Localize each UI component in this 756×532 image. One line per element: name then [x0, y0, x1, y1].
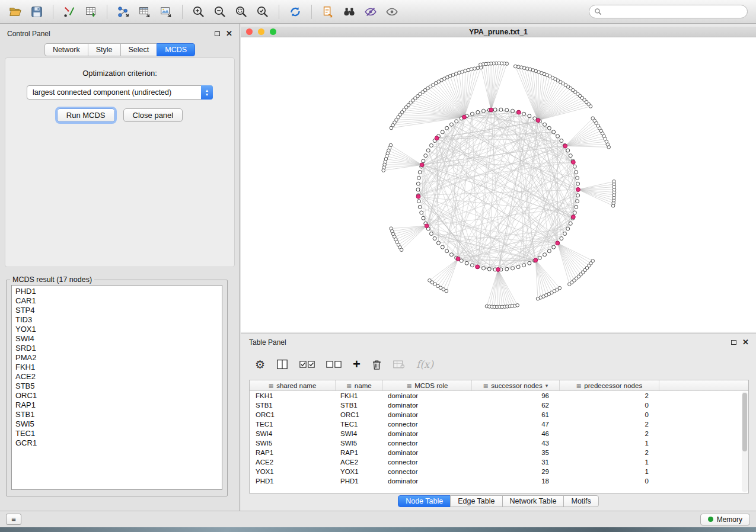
- tab-network[interactable]: Network: [44, 43, 88, 56]
- delete-column-icon[interactable]: [372, 359, 382, 370]
- tab-motifs[interactable]: Motifs: [563, 495, 598, 507]
- gear-icon[interactable]: ⚙: [255, 358, 265, 371]
- show-all-button[interactable]: [382, 3, 402, 21]
- column-header-MCDS-role[interactable]: ▦MCDS role: [383, 380, 472, 390]
- table-cell: connector: [383, 419, 472, 429]
- column-type-icon: ▦: [483, 383, 489, 389]
- table-scrollbar-thumb[interactable]: [742, 393, 747, 451]
- tab-network-table[interactable]: Network Table: [502, 495, 564, 507]
- optimization-criterion-label: Optimization criterion:: [5, 69, 234, 78]
- zoom-selected-button[interactable]: [253, 3, 273, 21]
- clone-network-button[interactable]: [318, 3, 338, 21]
- network-window-titlebar: YPA_prune.txt_1: [241, 27, 756, 37]
- table-cell: 47: [472, 419, 560, 429]
- criterion-dropdown[interactable]: largest connected component (undirected)…: [27, 85, 213, 100]
- table-cell: SWI5: [250, 438, 336, 448]
- tab-mcds[interactable]: MCDS: [157, 43, 195, 56]
- float-panel-icon[interactable]: [215, 31, 220, 36]
- export-network-button[interactable]: [113, 3, 133, 21]
- memory-status-icon: [708, 517, 713, 522]
- close-panel-icon[interactable]: ✕: [226, 31, 232, 37]
- float-table-panel-icon[interactable]: [731, 340, 736, 345]
- table-row[interactable]: FKH1FKH1dominator962: [250, 391, 748, 400]
- column-header-successor-nodes[interactable]: ▦successor nodes▾: [472, 380, 560, 390]
- zoom-in-button[interactable]: [189, 3, 209, 21]
- table-cell: 0: [560, 476, 659, 486]
- column-header-predecessor-nodes[interactable]: ▦predecessor nodes: [560, 380, 659, 390]
- table-scrollbar[interactable]: [742, 392, 748, 492]
- deselect-all-checkboxes-icon[interactable]: [326, 361, 342, 368]
- table-row[interactable]: SWI4SWI4dominator462: [250, 429, 748, 438]
- column-chooser-icon[interactable]: [276, 359, 288, 370]
- zoom-fit-button[interactable]: [231, 3, 251, 21]
- table-cell: dominator: [383, 429, 472, 438]
- table-cell: 18: [472, 476, 560, 486]
- mcds-result-item[interactable]: STP4: [12, 306, 222, 315]
- import-file-button[interactable]: [59, 3, 79, 21]
- mcds-result-item[interactable]: ORC1: [12, 391, 222, 400]
- table-row[interactable]: RAP1RAP1dominator352: [250, 448, 748, 457]
- menu-icon[interactable]: ≡: [6, 514, 21, 525]
- mcds-result-item[interactable]: TEC1: [12, 429, 222, 438]
- network-canvas[interactable]: [241, 37, 756, 332]
- tab-node-table[interactable]: Node Table: [398, 495, 451, 507]
- table-cell: 0: [560, 410, 659, 419]
- open-button[interactable]: [5, 3, 25, 21]
- mcds-result-item[interactable]: YOX1: [12, 325, 222, 334]
- mcds-result-item[interactable]: SWI5: [12, 419, 222, 429]
- mcds-result-item[interactable]: ACE2: [12, 372, 222, 382]
- table-cell: 2: [560, 448, 659, 457]
- mcds-result-item[interactable]: PHD1: [12, 287, 222, 296]
- table-row[interactable]: ORC1ORC1dominator610: [250, 410, 748, 419]
- column-header-name[interactable]: ▦name: [336, 380, 383, 390]
- mcds-result-item[interactable]: STB1: [12, 410, 222, 419]
- mcds-result-item[interactable]: GCR1: [12, 438, 222, 448]
- tab-edge-table[interactable]: Edge Table: [450, 495, 502, 507]
- right-pane: YPA_prune.txt_1 Table Panel ✕ ⚙: [241, 24, 756, 511]
- mcds-result-item[interactable]: CAR1: [12, 296, 222, 306]
- memory-button[interactable]: Memory: [700, 514, 750, 525]
- import-table-button[interactable]: [81, 3, 101, 21]
- mcds-result-fieldset: MCDS result (17 nodes) PHD1CAR1STP4TID3Y…: [6, 275, 228, 496]
- mcds-result-item[interactable]: PMA2: [12, 353, 222, 363]
- control-panel: Control Panel ✕ NetworkStyleSelectMCDS O…: [0, 24, 240, 511]
- table-row[interactable]: ACE2ACE2connector311: [250, 457, 748, 467]
- table-row[interactable]: YOX1YOX1connector291: [250, 467, 748, 476]
- table-row[interactable]: PHD1PHD1dominator180: [250, 476, 748, 486]
- table-row[interactable]: STB1STB1dominator620: [250, 400, 748, 410]
- search-network-button[interactable]: [339, 3, 359, 21]
- tab-style[interactable]: Style: [88, 43, 121, 56]
- add-column-icon[interactable]: +: [353, 358, 361, 370]
- export-table-button[interactable]: [135, 3, 155, 21]
- save-button[interactable]: [27, 3, 47, 21]
- mcds-result-item[interactable]: STB5: [12, 382, 222, 391]
- search-input[interactable]: [605, 8, 742, 16]
- select-all-checkboxes-icon[interactable]: [299, 361, 315, 368]
- zoom-out-button[interactable]: [210, 3, 230, 21]
- mcds-result-item[interactable]: SWI4: [12, 334, 222, 344]
- function-builder-icon: f(x): [416, 358, 433, 370]
- mcds-result-list[interactable]: PHD1CAR1STP4TID3YOX1SWI4SRD1PMA2FKH1ACE2…: [11, 285, 222, 490]
- close-panel-button[interactable]: Close panel: [123, 108, 183, 122]
- run-mcds-button[interactable]: Run MCDS: [57, 108, 115, 122]
- close-table-panel-icon[interactable]: ✕: [742, 339, 749, 345]
- table-cell: 35: [472, 448, 560, 457]
- mcds-result-item[interactable]: SRD1: [12, 344, 222, 353]
- sort-arrow-icon: ▾: [546, 383, 548, 389]
- control-panel-title: Control Panel: [7, 30, 50, 38]
- tab-select[interactable]: Select: [120, 43, 158, 56]
- hide-selected-button[interactable]: [361, 3, 381, 21]
- mcds-result-item[interactable]: RAP1: [12, 400, 222, 410]
- table-cell: dominator: [383, 400, 472, 410]
- refresh-button[interactable]: [285, 3, 305, 21]
- export-image-button[interactable]: [156, 3, 176, 21]
- search-field: [589, 5, 748, 18]
- table-row[interactable]: TEC1TEC1connector472: [250, 419, 748, 429]
- column-header-shared-name[interactable]: ▦shared name: [250, 380, 336, 390]
- table-panel-title: Table Panel: [249, 338, 286, 347]
- mcds-result-item[interactable]: FKH1: [12, 363, 222, 372]
- toolbar-separator: [279, 5, 279, 19]
- column-type-icon: ▦: [576, 383, 582, 389]
- mcds-result-item[interactable]: TID3: [12, 315, 222, 325]
- table-row[interactable]: SWI5SWI5connector431: [250, 438, 748, 448]
